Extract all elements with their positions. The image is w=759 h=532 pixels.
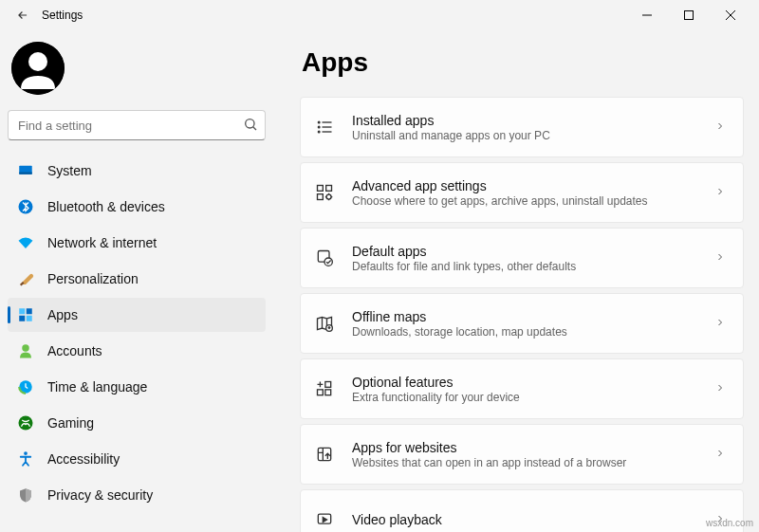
sidebar-item-label: Apps <box>47 307 78 322</box>
sidebar-item-personalization[interactable]: Personalization <box>8 262 266 296</box>
card-subtitle: Defaults for file and link types, other … <box>352 260 576 273</box>
advanced-app-icon <box>314 182 335 203</box>
sidebar: System Bluetooth & devices Network & int… <box>0 30 275 532</box>
card-title: Video playback <box>352 512 442 527</box>
svg-point-17 <box>19 416 33 431</box>
sidebar-item-bluetooth[interactable]: Bluetooth & devices <box>8 190 266 224</box>
card-apps-for-websites[interactable]: Apps for websitesWebsites that can open … <box>300 424 744 485</box>
avatar[interactable] <box>11 42 65 95</box>
chevron-right-icon <box>714 315 726 332</box>
sidebar-item-accessibility[interactable]: Accessibility <box>8 442 266 476</box>
svg-rect-1 <box>685 11 694 20</box>
apps-icon <box>17 306 34 323</box>
sidebar-item-system[interactable]: System <box>8 154 266 188</box>
search-wrap <box>8 110 266 140</box>
chevron-right-icon <box>714 446 726 463</box>
card-subtitle: Websites that can open in an app instead… <box>352 456 626 469</box>
window-title: Settings <box>42 9 83 22</box>
svg-point-19 <box>318 121 320 123</box>
bluetooth-icon <box>17 198 34 215</box>
sidebar-item-label: Accessibility <box>47 451 120 467</box>
sidebar-item-label: Accounts <box>47 343 102 358</box>
svg-rect-33 <box>325 382 331 388</box>
svg-rect-32 <box>318 390 324 395</box>
optional-features-icon <box>314 378 335 399</box>
card-title: Optional features <box>352 375 520 390</box>
sidebar-item-apps[interactable]: Apps <box>8 298 266 332</box>
card-title: Offline maps <box>352 309 567 324</box>
sidebar-item-gaming[interactable]: Gaming <box>8 406 266 440</box>
content: Apps Installed appsUninstall and manage … <box>275 30 759 532</box>
accessibility-icon <box>17 450 34 468</box>
sidebar-item-label: Time & language <box>47 379 147 394</box>
back-button[interactable] <box>8 9 38 22</box>
offline-maps-icon <box>314 313 335 334</box>
watermark: wsxdn.com <box>706 518 753 528</box>
svg-rect-13 <box>19 316 25 321</box>
accounts-icon <box>17 342 34 359</box>
sidebar-item-label: Personalization <box>47 271 139 286</box>
card-default-apps[interactable]: Default appsDefaults for file and link t… <box>300 228 744 288</box>
page-title: Apps <box>302 47 748 78</box>
card-title: Installed apps <box>352 113 550 128</box>
svg-rect-11 <box>19 308 25 314</box>
sidebar-item-network[interactable]: Network & internet <box>8 226 266 260</box>
chevron-right-icon <box>714 119 726 136</box>
card-title: Apps for websites <box>352 440 626 455</box>
svg-rect-12 <box>27 308 32 314</box>
maximize-button[interactable] <box>668 0 710 30</box>
sidebar-item-label: System <box>47 163 92 178</box>
svg-point-18 <box>24 451 28 455</box>
svg-rect-34 <box>325 390 331 395</box>
card-optional-features[interactable]: Optional featuresExtra functionality for… <box>300 358 744 419</box>
titlebar: Settings <box>0 0 759 30</box>
chevron-right-icon <box>714 184 726 201</box>
sidebar-item-privacy[interactable]: Privacy & security <box>8 478 266 512</box>
card-subtitle: Choose where to get apps, archive apps, … <box>352 194 648 208</box>
default-apps-icon <box>314 248 335 268</box>
svg-rect-9 <box>19 173 32 174</box>
clock-icon <box>17 378 34 395</box>
chevron-right-icon <box>714 249 726 266</box>
sidebar-item-accounts[interactable]: Accounts <box>8 334 266 368</box>
svg-point-5 <box>28 52 47 71</box>
nav: System Bluetooth & devices Network & int… <box>8 154 271 512</box>
svg-point-6 <box>246 119 254 128</box>
window-controls <box>626 0 751 30</box>
sidebar-item-time[interactable]: Time & language <box>8 370 266 404</box>
shield-icon <box>17 486 34 504</box>
system-icon <box>17 162 34 179</box>
svg-line-7 <box>253 127 256 130</box>
card-installed-apps[interactable]: Installed appsUninstall and manage apps … <box>300 97 744 157</box>
video-playback-icon <box>314 509 335 530</box>
svg-rect-26 <box>326 186 332 192</box>
wifi-icon <box>17 234 34 251</box>
svg-point-28 <box>326 194 331 199</box>
svg-point-23 <box>318 131 320 133</box>
svg-point-15 <box>22 344 29 352</box>
search-input[interactable] <box>8 110 266 140</box>
installed-apps-icon <box>314 117 335 138</box>
card-subtitle: Uninstall and manage apps on your PC <box>352 129 550 142</box>
card-title: Default apps <box>352 244 576 259</box>
sidebar-item-label: Gaming <box>47 415 94 431</box>
card-offline-maps[interactable]: Offline mapsDownloads, storage location,… <box>300 293 744 354</box>
apps-for-websites-icon <box>314 444 335 465</box>
card-title: Advanced app settings <box>352 178 648 193</box>
card-video-playback[interactable]: Video playback <box>300 489 744 532</box>
minimize-button[interactable] <box>626 0 668 30</box>
card-subtitle: Downloads, storage location, map updates <box>352 325 567 339</box>
search-icon <box>243 117 258 136</box>
card-subtitle: Extra functionality for your device <box>352 391 520 404</box>
sidebar-item-label: Bluetooth & devices <box>47 199 165 214</box>
svg-rect-27 <box>318 194 324 200</box>
close-button[interactable] <box>710 0 751 30</box>
svg-rect-14 <box>27 316 32 321</box>
cards: Installed appsUninstall and manage apps … <box>300 97 748 532</box>
svg-rect-25 <box>318 186 324 192</box>
card-advanced-app-settings[interactable]: Advanced app settingsChoose where to get… <box>300 162 744 223</box>
chevron-right-icon <box>714 380 726 397</box>
paintbrush-icon <box>17 270 34 287</box>
svg-point-21 <box>318 126 320 128</box>
sidebar-item-label: Privacy & security <box>47 487 153 503</box>
